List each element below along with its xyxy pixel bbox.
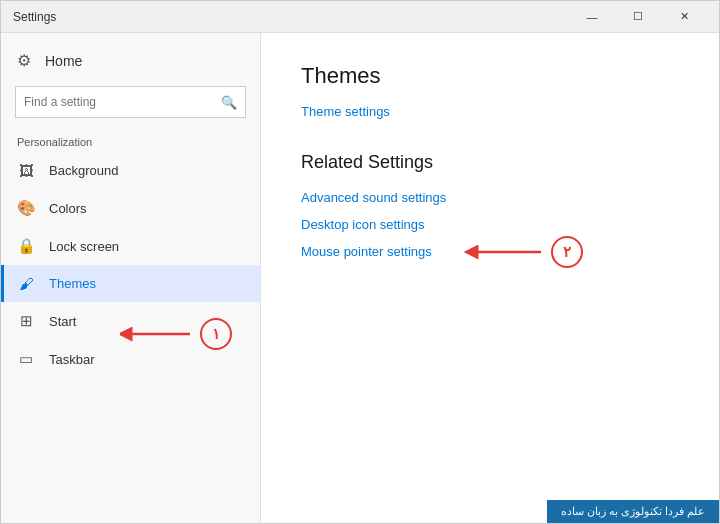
search-icon: 🔍 bbox=[221, 95, 237, 110]
sidebar-item-start[interactable]: ⊞ Start bbox=[1, 302, 260, 340]
sidebar-item-label-background: Background bbox=[49, 163, 118, 178]
right-panel: Themes Theme settings Related Settings A… bbox=[261, 33, 719, 523]
search-box-wrap: 🔍 bbox=[1, 80, 260, 130]
sidebar: ⚙ Home 🔍 Personalization 🖼 Background 🎨 … bbox=[1, 33, 261, 523]
sidebar-item-taskbar[interactable]: ▭ Taskbar bbox=[1, 340, 260, 378]
sidebar-home[interactable]: ⚙ Home bbox=[1, 41, 260, 80]
sidebar-item-background[interactable]: 🖼 Background bbox=[1, 152, 260, 189]
themes-icon: 🖌 bbox=[17, 275, 35, 292]
sidebar-section-label: Personalization bbox=[1, 130, 260, 152]
sidebar-item-label-themes: Themes bbox=[49, 276, 96, 291]
colors-icon: 🎨 bbox=[17, 199, 35, 217]
title-bar-text: Settings bbox=[13, 10, 569, 24]
related-heading: Related Settings bbox=[301, 152, 679, 173]
title-bar: Settings — ☐ ✕ bbox=[1, 1, 719, 33]
taskbar-icon: ▭ bbox=[17, 350, 35, 368]
sidebar-item-label-taskbar: Taskbar bbox=[49, 352, 95, 367]
sidebar-item-label-lock-screen: Lock screen bbox=[49, 239, 119, 254]
sidebar-item-label-start: Start bbox=[49, 314, 76, 329]
main-heading: Themes bbox=[301, 63, 679, 89]
close-button[interactable]: ✕ bbox=[661, 1, 707, 33]
settings-window: Settings — ☐ ✕ ⚙ Home 🔍 Personalization … bbox=[0, 0, 720, 524]
background-icon: 🖼 bbox=[17, 162, 35, 179]
watermark: علم فردا تکنولوژی به زبان ساده bbox=[547, 500, 719, 523]
sidebar-item-label-colors: Colors bbox=[49, 201, 87, 216]
advanced-sound-settings-link[interactable]: Advanced sound settings bbox=[301, 187, 679, 208]
desktop-icon-settings-link[interactable]: Desktop icon settings bbox=[301, 214, 679, 235]
mouse-pointer-settings-link[interactable]: Mouse pointer settings bbox=[301, 241, 679, 262]
search-input[interactable] bbox=[24, 95, 215, 109]
lock-screen-icon: 🔒 bbox=[17, 237, 35, 255]
sidebar-item-themes[interactable]: 🖌 Themes bbox=[1, 265, 260, 302]
sidebar-item-colors[interactable]: 🎨 Colors bbox=[1, 189, 260, 227]
sidebar-item-lock-screen[interactable]: 🔒 Lock screen bbox=[1, 227, 260, 265]
window-controls: — ☐ ✕ bbox=[569, 1, 707, 33]
minimize-button[interactable]: — bbox=[569, 1, 615, 33]
start-icon: ⊞ bbox=[17, 312, 35, 330]
search-box: 🔍 bbox=[15, 86, 246, 118]
sidebar-home-label: Home bbox=[45, 53, 82, 69]
theme-settings-link[interactable]: Theme settings bbox=[301, 101, 679, 122]
home-icon: ⚙ bbox=[17, 51, 31, 70]
maximize-button[interactable]: ☐ bbox=[615, 1, 661, 33]
main-content: ⚙ Home 🔍 Personalization 🖼 Background 🎨 … bbox=[1, 33, 719, 523]
